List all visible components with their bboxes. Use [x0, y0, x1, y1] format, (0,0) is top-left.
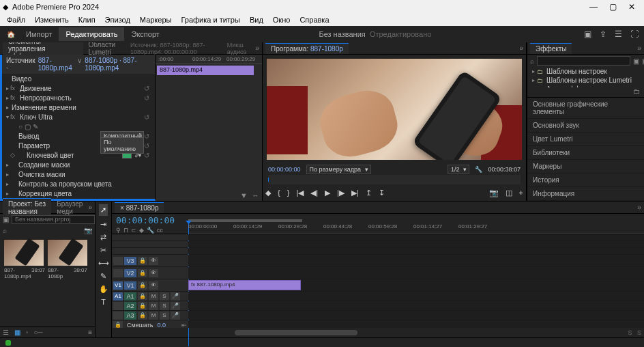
- twisty-icon[interactable]: ▸: [530, 68, 537, 74]
- lock-toggle[interactable]: 🔒: [113, 321, 123, 329]
- track-label[interactable]: V1: [124, 281, 136, 290]
- mix-value[interactable]: 0.0: [158, 322, 166, 329]
- track-body[interactable]: fx 887-1080p.mp4: [188, 279, 644, 291]
- panel-menu-icon[interactable]: »: [519, 44, 523, 52]
- reset-icon[interactable]: ↺: [144, 152, 149, 159]
- project-thumbnail[interactable]: 887-1080p.mp438:07: [4, 240, 44, 279]
- twisty-icon[interactable]: ▸: [5, 191, 10, 197]
- eye-toggle[interactable]: 👁: [149, 269, 158, 277]
- track-body[interactable]: [188, 267, 644, 279]
- new-bin-icon[interactable]: 🗀: [633, 87, 640, 97]
- timeline-timecode[interactable]: 00:00:00:00: [116, 215, 184, 225]
- ec-filter-icon[interactable]: ▼: [240, 191, 248, 199]
- track-body[interactable]: [188, 311, 644, 320]
- pen-tool[interactable]: ✎: [100, 272, 106, 281]
- menu-Окно[interactable]: Окно: [269, 14, 295, 25]
- panel-link[interactable]: Информация: [527, 187, 644, 201]
- ec-row[interactable]: ▸Коррекция цвета: [2, 189, 155, 198]
- reset-icon[interactable]: ↺: [144, 142, 149, 150]
- selection-tool[interactable]: ➚: [99, 204, 108, 216]
- slip-tool[interactable]: ⟷: [98, 259, 109, 268]
- twisty-icon[interactable]: ▸: [530, 77, 537, 83]
- maximize-button[interactable]: ▢: [603, 0, 622, 14]
- lock-toggle[interactable]: 🔒: [138, 292, 147, 301]
- tl-sync-icon[interactable]: ⚲: [116, 227, 121, 234]
- panel-link[interactable]: Маркеры: [527, 160, 644, 174]
- lift-button[interactable]: ↥: [366, 189, 372, 197]
- mark-in-icon[interactable]: {: [278, 189, 280, 197]
- menu-Эпизод[interactable]: Эпизод: [101, 14, 134, 25]
- eye-toggle[interactable]: 👁: [149, 281, 158, 290]
- panel-link[interactable]: Библиотеки: [527, 146, 644, 160]
- track-label[interactable]: A1: [124, 292, 136, 301]
- twisty-icon[interactable]: ▸: [5, 85, 10, 92]
- solo-toggle[interactable]: S: [160, 302, 169, 310]
- panel-link[interactable]: Цвет Lumetri: [527, 133, 644, 146]
- type-tool[interactable]: T: [101, 298, 106, 306]
- settings-icon[interactable]: 🔧: [475, 166, 482, 173]
- solo-toggle[interactable]: S: [160, 292, 169, 301]
- ec-zoom-icon[interactable]: ↔: [252, 191, 259, 199]
- tl-marker-icon[interactable]: ◆: [139, 227, 144, 234]
- go-to-out-button[interactable]: ▶|: [351, 189, 359, 197]
- ec-row[interactable]: ▸fxНепрозрачность↺: [2, 93, 155, 102]
- mark-out-icon[interactable]: }: [287, 189, 290, 197]
- hand-tool[interactable]: ✋: [99, 285, 108, 294]
- quick-export-icon[interactable]: ▣: [584, 29, 591, 39]
- track-body[interactable]: [188, 301, 644, 310]
- share-icon[interactable]: ⇪: [600, 29, 606, 39]
- menu-Справка[interactable]: Справка: [295, 14, 333, 25]
- comparison-button[interactable]: ◫: [506, 189, 512, 197]
- mix-expand-icon[interactable]: ⇤: [181, 322, 187, 329]
- effect-tree-item[interactable]: ▸🗀Шаблоны настроек: [527, 67, 644, 76]
- panel-link[interactable]: Основной звук: [527, 119, 644, 133]
- topnav-tab-1[interactable]: Редактировать: [59, 27, 124, 41]
- solo-toggle[interactable]: S: [160, 311, 169, 320]
- panel-link[interactable]: История: [527, 174, 644, 187]
- track-select-tool[interactable]: ⇥: [100, 220, 106, 229]
- ec-row[interactable]: ○ ▢ ✎: [2, 122, 155, 131]
- lock-toggle[interactable]: 🔒: [138, 302, 147, 310]
- mark-in-button[interactable]: ◆: [265, 189, 271, 197]
- razor-tool[interactable]: ✂: [100, 246, 106, 255]
- lock-toggle[interactable]: 🔒: [138, 257, 147, 265]
- voice-toggle[interactable]: 🎤: [171, 311, 180, 320]
- fullscreen-icon[interactable]: ⛶: [630, 29, 639, 39]
- zoom-level-dropdown[interactable]: По размеру кадра: [306, 165, 372, 174]
- freeform-view-icon[interactable]: ▫: [26, 329, 29, 336]
- list-view-icon[interactable]: ☰: [3, 329, 9, 336]
- keyframe-icon[interactable]: ◇: [10, 152, 18, 158]
- menu-Графика и титры[interactable]: Графика и титры: [177, 14, 244, 25]
- workspace-icon[interactable]: ☰: [615, 29, 622, 39]
- step-back-button[interactable]: ◀|: [310, 189, 318, 197]
- close-button[interactable]: ✕: [622, 0, 641, 14]
- fx-icon[interactable]: fx: [10, 94, 18, 101]
- fx-badge-1[interactable]: ▣: [633, 57, 639, 65]
- filter-icon[interactable]: ⌕: [3, 227, 7, 234]
- effects-search-input[interactable]: [537, 56, 630, 66]
- lock-toggle[interactable]: 🔒: [138, 281, 147, 290]
- effect-tree-item[interactable]: ▸🗀Шаблоны настроек Lumetri: [527, 76, 644, 85]
- twisty-icon[interactable]: ▸: [5, 181, 10, 187]
- reset-icon[interactable]: ↺: [144, 94, 149, 102]
- icon-view-icon[interactable]: ▦: [14, 329, 20, 336]
- sort-icon[interactable]: ≡: [88, 329, 92, 336]
- track-body[interactable]: [188, 292, 644, 301]
- track-label[interactable]: A3: [124, 311, 136, 320]
- play-button[interactable]: ▶: [325, 189, 330, 197]
- tab-sequence[interactable]: × 887-1080p: [115, 202, 164, 213]
- eye-toggle[interactable]: 👁: [149, 257, 158, 265]
- source-patch[interactable]: [113, 269, 123, 277]
- track-label[interactable]: V2: [124, 269, 136, 277]
- twisty-icon[interactable]: ▸: [5, 105, 10, 111]
- panel-menu-icon[interactable]: »: [88, 204, 92, 211]
- ec-row[interactable]: ПараметрПо умолчанию↺: [2, 141, 155, 150]
- topnav-tab-2[interactable]: Экспорт: [124, 27, 166, 41]
- panel-menu-icon[interactable]: »: [637, 44, 641, 52]
- ripple-edit-tool[interactable]: ⇄: [100, 233, 106, 242]
- fx-icon[interactable]: fx: [10, 113, 18, 120]
- home-icon[interactable]: 🏠: [5, 29, 16, 40]
- button-editor-icon[interactable]: +: [519, 189, 523, 197]
- twisty-icon[interactable]: ▾: [5, 114, 10, 120]
- ec-row[interactable]: ▸Очистка маски: [2, 169, 155, 179]
